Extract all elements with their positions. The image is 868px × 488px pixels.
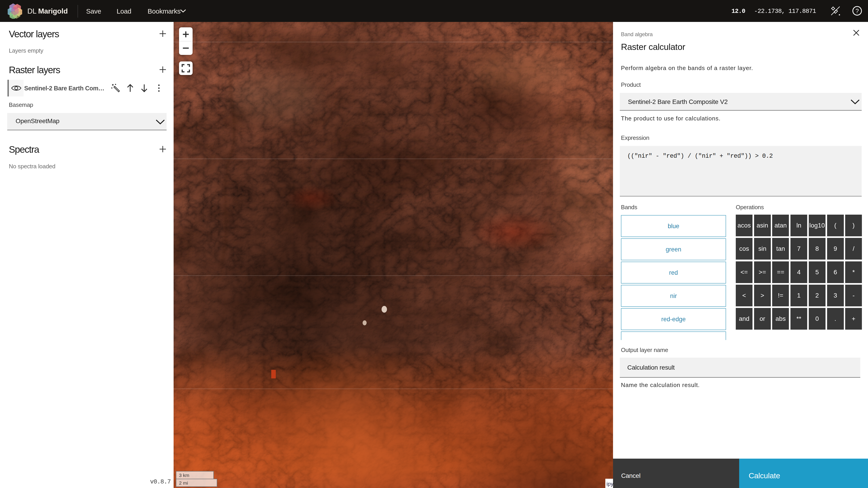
svg-text:?: ?: [856, 8, 859, 14]
